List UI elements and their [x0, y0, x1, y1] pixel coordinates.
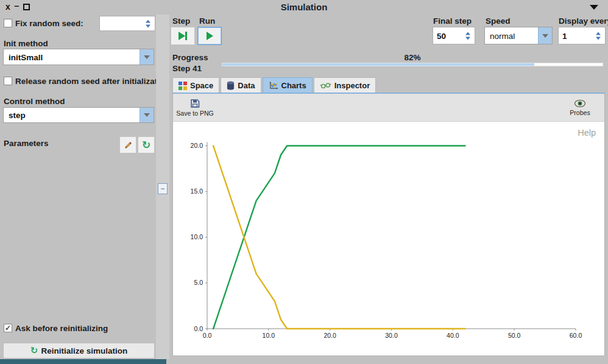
chart-green-line — [213, 146, 465, 329]
x-tick-label: 30.0 — [385, 332, 398, 339]
progress-bar — [222, 63, 603, 66]
speed-label: Speed — [486, 16, 511, 26]
ask-before-reinitializing-label: Ask before reinitializing — [15, 324, 108, 333]
view-tabs: SpaceDataChartsInspector — [172, 77, 376, 93]
collapse-sidebar-handle[interactable]: − — [158, 183, 168, 194]
tab-label: Inspector — [334, 81, 370, 90]
run-button[interactable] — [197, 27, 222, 45]
tab-data[interactable]: Data — [221, 77, 261, 93]
release-random-seed-checkbox[interactable] — [4, 77, 12, 85]
floppy-disk-icon — [190, 99, 200, 108]
pencil-icon — [124, 141, 133, 150]
tab-space[interactable]: Space — [172, 77, 219, 93]
help-link[interactable]: Help — [578, 128, 596, 138]
speed-select[interactable]: normal — [484, 27, 553, 44]
y-tick-label: 5.0 — [194, 279, 203, 286]
spin-up-arrow-icon[interactable] — [146, 19, 150, 23]
inspector-glasses-icon — [320, 82, 331, 89]
tab-label: Data — [238, 81, 255, 90]
chart-area: 0.010.020.030.040.050.060.00.05.010.015.… — [173, 122, 604, 355]
fix-random-seed-label: Fix random seed: — [15, 19, 83, 28]
x-tick-label: 20.0 — [323, 332, 336, 339]
chart-toolbar: Save to PNG Probes — [173, 94, 604, 122]
init-method-value: initSmall — [9, 52, 43, 61]
final-step-spinner[interactable]: 50 — [433, 27, 475, 44]
ask-before-reinitializing-checkbox[interactable] — [4, 324, 12, 332]
y-tick-label: 0.0 — [194, 325, 203, 332]
x-tick-label: 0.0 — [203, 332, 212, 339]
database-icon — [227, 81, 235, 90]
window-menu-caret[interactable] — [590, 5, 598, 10]
spin-down-arrow-icon[interactable] — [596, 37, 601, 40]
progress-label: Progress — [172, 53, 208, 62]
y-tick-label: 15.0 — [191, 187, 203, 195]
parameters-label: Parameters — [4, 139, 49, 148]
probes-label: Probes — [570, 109, 590, 116]
simulation-window: x − Simulation Fix random seed: Init met… — [0, 0, 608, 364]
chevron-down-icon — [542, 34, 548, 38]
save-to-png-button[interactable]: Save to PNG — [173, 96, 217, 120]
fix-random-seed-checkbox[interactable] — [4, 19, 12, 27]
save-to-png-label: Save to PNG — [176, 110, 213, 117]
progress-fill — [222, 63, 534, 66]
reinitialize-simulation-button[interactable]: ↻ Reinitialize simulation — [3, 343, 155, 359]
y-tick-label: 20.0 — [191, 142, 203, 149]
chart-icon — [269, 81, 278, 90]
refresh-icon: ↻ — [142, 140, 150, 150]
step-button[interactable] — [171, 27, 195, 45]
chevron-down-icon — [144, 55, 150, 59]
final-step-label: Final step — [433, 16, 472, 26]
y-tick-label: 10.0 — [191, 233, 203, 240]
x-tick-label: 60.0 — [570, 332, 582, 339]
chevron-down-icon — [144, 113, 150, 117]
spin-up-arrow-icon[interactable] — [596, 32, 601, 35]
display-every-spinner[interactable]: 1 — [558, 27, 606, 44]
step-counter: Step 41 — [172, 64, 202, 73]
run-label: Run — [199, 16, 215, 26]
chart-yellow-line — [213, 146, 465, 329]
charts-panel: Save to PNG Probes 0.010.020.030.040.050… — [172, 93, 605, 356]
probes-button[interactable]: Probes — [558, 96, 602, 120]
bottom-status-strip — [0, 359, 166, 364]
tab-label: Charts — [281, 81, 306, 90]
spin-down-arrow-icon[interactable] — [465, 37, 470, 40]
release-random-seed-label: Release random seed after initialization — [15, 77, 170, 86]
control-method-label: Control method — [4, 97, 65, 106]
play-icon — [207, 32, 213, 40]
dropdown-arrow-button[interactable] — [538, 27, 552, 44]
x-tick-label: 40.0 — [447, 332, 459, 339]
step-label: Step — [172, 16, 190, 26]
space-grid-icon — [179, 82, 187, 90]
refresh-parameters-button[interactable]: ↻ — [138, 136, 155, 153]
chart: 0.010.020.030.040.050.060.00.05.010.015.… — [173, 122, 606, 357]
step-forward-icon — [179, 32, 187, 40]
tab-inspector[interactable]: Inspector — [314, 77, 376, 93]
x-tick-label: 10.0 — [263, 332, 275, 339]
display-every-value: 1 — [562, 31, 567, 40]
init-method-label: Init method — [4, 39, 48, 48]
window-title: Simulation — [0, 2, 608, 12]
display-every-label: Display every — [559, 16, 608, 26]
speed-value: normal — [490, 31, 515, 40]
dropdown-arrow-button[interactable] — [140, 49, 154, 65]
reinitialize-simulation-label: Reinitialize simulation — [41, 346, 127, 355]
dropdown-arrow-button[interactable] — [140, 108, 154, 122]
control-method-value: step — [9, 111, 26, 120]
tab-charts[interactable]: Charts — [263, 77, 313, 93]
eye-icon — [574, 99, 586, 108]
spin-up-arrow-icon[interactable] — [465, 32, 470, 35]
refresh-icon: ↻ — [30, 346, 38, 355]
final-step-value: 50 — [437, 31, 446, 40]
random-seed-spinner[interactable] — [99, 16, 155, 31]
tab-label: Space — [190, 81, 213, 90]
progress-percent: 82% — [222, 53, 603, 62]
x-tick-label: 50.0 — [508, 332, 521, 339]
edit-parameters-button[interactable] — [119, 136, 136, 153]
init-method-select[interactable]: initSmall — [3, 49, 154, 65]
control-method-select[interactable]: step — [3, 107, 154, 123]
spin-down-arrow-icon[interactable] — [146, 24, 150, 27]
